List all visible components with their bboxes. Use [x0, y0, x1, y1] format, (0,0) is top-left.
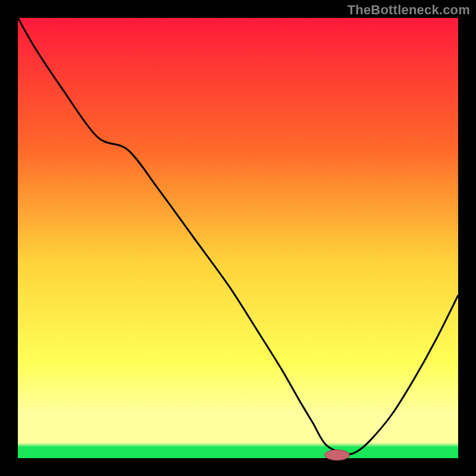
optimum-marker [325, 450, 349, 461]
bottleneck-chart [0, 0, 476, 476]
chart-frame: { "watermark": "TheBottleneck.com", "col… [0, 0, 476, 476]
plot-background [18, 18, 458, 458]
